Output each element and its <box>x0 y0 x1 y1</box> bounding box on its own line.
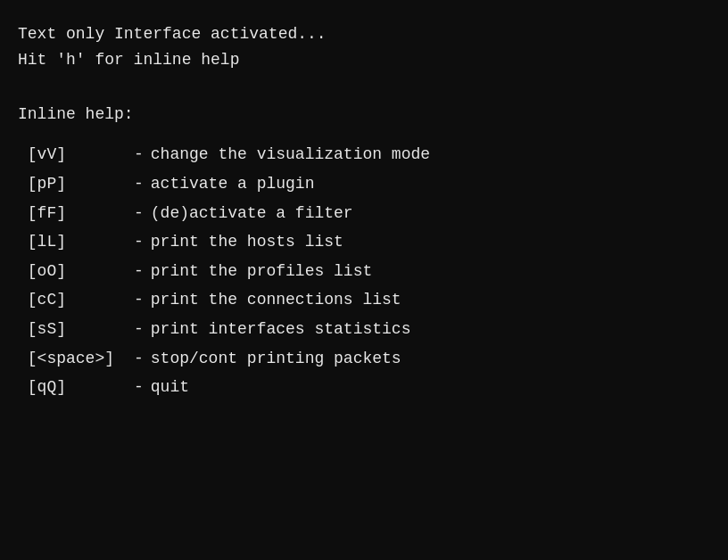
help-table: [vV]- change the visualization mode [pP]… <box>18 141 710 400</box>
terminal-output: Text only Interface activated... Hit 'h'… <box>18 21 710 401</box>
help-dash: - <box>134 316 144 343</box>
help-desc: print interfaces statistics <box>151 316 411 343</box>
help-desc: activate a plugin <box>151 170 315 198</box>
help-key: [oO] <box>18 258 134 285</box>
help-key: [qQ] <box>18 374 134 401</box>
help-desc: print the connections list <box>151 286 401 314</box>
intro-line-1: Text only Interface activated... <box>18 21 710 47</box>
help-dash: - <box>134 141 144 169</box>
help-key: [<space>] <box>18 345 134 373</box>
intro-line-2: Hit 'h' for inline help <box>18 47 710 73</box>
help-desc: (de)activate a filter <box>151 200 353 227</box>
help-row: [pP]- activate a plugin <box>18 170 710 198</box>
help-dash: - <box>134 374 144 401</box>
help-desc: change the visualization mode <box>151 141 430 169</box>
help-key: [fF] <box>18 200 134 227</box>
help-row: [<space>]- stop/cont printing packets <box>18 345 710 373</box>
help-key: [sS] <box>18 316 134 343</box>
help-desc: quit <box>151 374 189 401</box>
help-desc: stop/cont printing packets <box>151 345 401 373</box>
help-key: [cC] <box>18 286 134 314</box>
help-key: [vV] <box>18 141 134 169</box>
help-dash: - <box>134 200 144 227</box>
help-header: Inline help: <box>18 102 710 128</box>
help-row: [fF]- (de)activate a filter <box>18 200 710 227</box>
help-key: [pP] <box>18 170 134 198</box>
help-row: [cC]- print the connections list <box>18 286 710 314</box>
help-key: [lL] <box>18 228 134 256</box>
help-desc: print the hosts list <box>151 228 343 256</box>
help-dash: - <box>134 228 144 256</box>
help-row: [qQ]- quit <box>18 374 710 401</box>
help-dash: - <box>134 258 144 285</box>
help-dash: - <box>134 345 144 373</box>
help-row: [oO]- print the profiles list <box>18 258 710 285</box>
help-row: [sS]- print interfaces statistics <box>18 316 710 343</box>
help-dash: - <box>134 170 144 198</box>
help-desc: print the profiles list <box>151 258 372 285</box>
intro-section: Text only Interface activated... Hit 'h'… <box>18 21 710 73</box>
help-row: [lL]- print the hosts list <box>18 228 710 256</box>
help-dash: - <box>134 286 144 314</box>
help-row: [vV]- change the visualization mode <box>18 141 710 169</box>
